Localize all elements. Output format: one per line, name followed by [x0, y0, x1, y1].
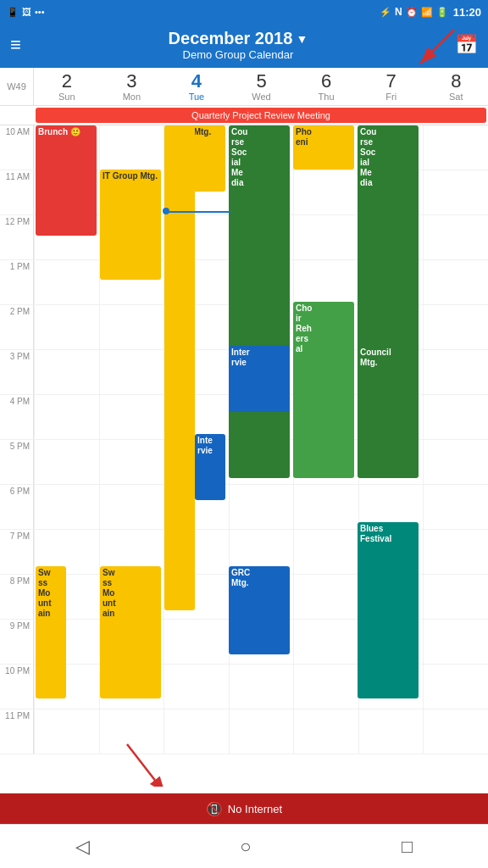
calendar-name: Demo Group Calendar	[169, 48, 308, 61]
header-title[interactable]: December 2018 ▼	[169, 29, 308, 48]
day-cell-mon-2pm[interactable]	[99, 305, 164, 349]
time-label-12pm: 12 PM	[0, 215, 34, 259]
day-cell-sun-1pm[interactable]	[34, 260, 99, 304]
calendar-scroll-area[interactable]: 10 AM 11 AM 12 PM	[0, 125, 488, 787]
time-label-10pm: 10 PM	[0, 665, 34, 709]
day-num-sat: 8	[425, 71, 486, 92]
day-cell-sun-4pm[interactable]	[34, 395, 99, 439]
day-name-thu: Thu	[296, 92, 357, 102]
day-cell-thu-6pm[interactable]	[293, 485, 358, 529]
day-cell-sun-11pm[interactable]	[34, 709, 99, 754]
day-num-tue: 4	[166, 71, 227, 92]
day-cell-thu-1pm[interactable]	[293, 260, 358, 304]
day-cell-sat-10am[interactable]	[423, 125, 488, 170]
day-cell-thu-9pm[interactable]	[293, 620, 358, 664]
day-cell-mon-10am[interactable]	[99, 125, 164, 170]
day-col-fri[interactable]: 7 Fri	[358, 68, 424, 105]
time-label-8pm: 8 PM	[0, 575, 34, 619]
day-cell-thu-11pm[interactable]	[293, 709, 358, 754]
day-cell-sat-9pm[interactable]	[423, 620, 488, 664]
event-it-group-mtg[interactable]: IT Group Mtg.	[100, 170, 161, 280]
day-cell-sat-8pm[interactable]	[423, 575, 488, 619]
day-cell-sat-1pm[interactable]	[423, 260, 488, 304]
day-cell-sat-7pm[interactable]	[423, 530, 488, 574]
day-name-tue: Tue	[166, 92, 227, 102]
day-num-wed: 5	[231, 71, 292, 92]
day-cell-sat-11am[interactable]	[423, 170, 488, 214]
day-cell-sat-3pm[interactable]	[423, 350, 488, 394]
day-cell-fri-11pm[interactable]	[358, 709, 424, 754]
day-cell-thu-12pm[interactable]	[293, 215, 358, 259]
day-cell-mon-11pm[interactable]	[99, 709, 164, 754]
day-col-thu[interactable]: 6 Thu	[293, 68, 358, 105]
day-cell-mon-3pm[interactable]	[99, 350, 164, 394]
day-cell-mon-4pm[interactable]	[99, 395, 164, 439]
day-cell-tue-10pm[interactable]	[164, 665, 229, 709]
event-swiss-mountain-mon[interactable]: SwssMountain	[100, 566, 161, 698]
recents-button[interactable]: □	[402, 836, 413, 858]
time-label-9pm: 9 PM	[0, 620, 34, 664]
event-course-social-media-wed[interactable]: CourseSocialMedia	[229, 125, 290, 478]
day-cell-sat-5pm[interactable]	[423, 440, 488, 484]
calendar-view-button[interactable]: 📅	[455, 34, 478, 56]
day-cell-thu-8pm[interactable]	[293, 575, 358, 619]
day-num-mon: 3	[102, 71, 163, 92]
day-name-sun: Sun	[36, 92, 97, 102]
day-cell-thu-7pm[interactable]	[293, 530, 358, 574]
day-cell-thu-10pm[interactable]	[293, 665, 358, 709]
event-interview-wed[interactable]: Interrvie	[229, 346, 290, 412]
bluetooth-icon: ⚡	[380, 7, 391, 18]
day-cell-sun-5pm[interactable]	[34, 440, 99, 484]
home-button[interactable]: ○	[240, 836, 251, 858]
event-choir-rehearsal[interactable]: ChoirRehersal	[293, 302, 354, 478]
month-year-label: December 2018	[169, 29, 293, 48]
image-icon: 🖼	[22, 7, 31, 17]
day-cell-sun-2pm[interactable]	[34, 305, 99, 349]
event-swiss-mountain-sun[interactable]: SwssMountain	[36, 566, 66, 698]
day-name-wed: Wed	[231, 92, 292, 102]
day-cell-sat-2pm[interactable]	[423, 305, 488, 349]
day-col-sun[interactable]: 2 Sun	[34, 68, 99, 105]
time-label-11pm: 11 PM	[0, 709, 34, 754]
day-cell-wed-11pm[interactable]	[229, 709, 294, 754]
event-brunch[interactable]: Brunch 🙂	[36, 125, 97, 236]
day-cell-mon-6pm[interactable]	[99, 485, 164, 529]
day-col-wed[interactable]: 5 Wed	[229, 68, 294, 105]
event-blues-festival[interactable]: BluesFestival	[358, 522, 419, 698]
event-big-yellow-tue[interactable]	[164, 125, 195, 610]
week-header-row: W49 2 Sun 3 Mon 4 Tue 5 Wed 6 Thu 7 Fri …	[0, 68, 488, 106]
day-cell-sat-4pm[interactable]	[423, 395, 488, 439]
day-cell-tue-9pm[interactable]	[164, 620, 229, 664]
signal-icon: 📶	[421, 7, 433, 18]
day-cell-sat-12pm[interactable]	[423, 215, 488, 259]
day-cell-wed-10pm[interactable]	[229, 665, 294, 709]
day-cell-sat-6pm[interactable]	[423, 485, 488, 529]
quarterly-review-event[interactable]: Quarterly Project Review Meeting	[36, 108, 486, 123]
calendar-grid: 10 AM 11 AM 12 PM	[0, 125, 488, 754]
day-num-thu: 6	[296, 71, 357, 92]
phone-icon: 📱	[7, 7, 19, 18]
event-grc-mtg[interactable]: GRCMtg.	[229, 566, 290, 654]
day-cell-sun-6pm[interactable]	[34, 485, 99, 529]
day-cell-wed-6pm[interactable]	[229, 485, 294, 529]
alarm-icon: ⏰	[406, 7, 418, 18]
event-phone-thu[interactable]: Phoeni	[293, 125, 354, 170]
event-council-mtg[interactable]: CouncilMtg.	[358, 346, 419, 434]
day-cell-mon-5pm[interactable]	[99, 440, 164, 484]
no-internet-text: No Internet	[228, 803, 282, 815]
day-cell-tue-11pm[interactable]	[164, 709, 229, 754]
day-col-tue[interactable]: 4 Tue	[164, 68, 229, 105]
day-cell-thu-11am[interactable]	[293, 170, 358, 214]
battery-icon: 🔋	[436, 7, 448, 18]
menu-button[interactable]: ≡	[10, 34, 21, 56]
day-col-sat[interactable]: 8 Sat	[423, 68, 488, 105]
no-internet-bar: 📵 No Internet	[0, 793, 488, 824]
event-interview-tue[interactable]: Intervie	[195, 434, 225, 500]
time-label-2pm: 2 PM	[0, 305, 34, 349]
back-button[interactable]: ◁	[75, 836, 90, 858]
header-center: December 2018 ▼ Demo Group Calendar	[169, 29, 308, 61]
day-cell-sat-11pm[interactable]	[423, 709, 488, 754]
day-col-mon[interactable]: 3 Mon	[99, 68, 164, 105]
day-cell-sun-3pm[interactable]	[34, 350, 99, 394]
day-cell-sat-10pm[interactable]	[423, 665, 488, 709]
